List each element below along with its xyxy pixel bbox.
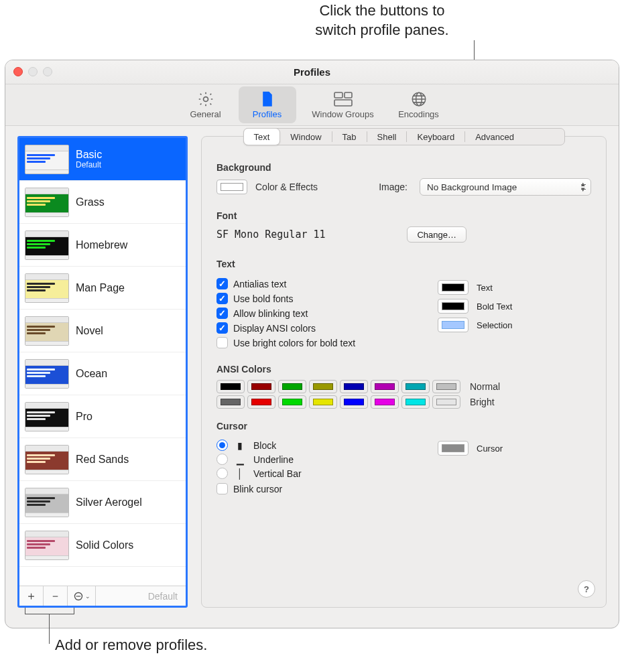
section-text: Text <box>216 259 591 269</box>
ansi-color-well[interactable] <box>216 380 245 393</box>
ansi-color-well[interactable] <box>247 395 275 409</box>
profile-item-solid-colors[interactable]: Solid Colors <box>19 524 186 567</box>
chk-antialias-label: Antialias text <box>233 279 286 289</box>
bold-text-color-label: Bold Text <box>477 301 512 312</box>
background-color-label: Color & Effects <box>255 182 318 192</box>
profile-name: Novel <box>76 325 103 337</box>
close-icon[interactable] <box>13 67 23 76</box>
chk-blinking[interactable]: Allow blinking text <box>216 308 411 319</box>
font-value: SF Mono Regular 11 <box>216 228 407 241</box>
tab-advanced[interactable]: Advanced <box>465 129 524 145</box>
chk-bright-bold[interactable]: Use bright colors for bold text <box>216 337 411 348</box>
ansi-color-well[interactable] <box>432 380 460 393</box>
radio-cursor-vertical[interactable]: │Vertical Bar <box>216 468 411 479</box>
ansi-color-well[interactable] <box>401 380 430 393</box>
radio-cursor-block[interactable]: ▮Block <box>216 440 411 451</box>
toolbar-window-groups[interactable]: Window Groups <box>300 86 386 123</box>
tab-tab[interactable]: Tab <box>332 129 367 145</box>
ansi-color-well[interactable] <box>278 395 306 409</box>
profile-thumbnail <box>25 445 69 474</box>
ansi-color-well[interactable] <box>340 380 368 393</box>
add-profile-button[interactable]: ＋ <box>19 586 44 606</box>
selection-color-label: Selection <box>477 320 512 330</box>
font-change-button[interactable]: Change… <box>407 226 466 243</box>
radio-cursor-underline[interactable]: ▁Underline <box>216 454 411 465</box>
chk-bold-fonts[interactable]: Use bold fonts <box>216 293 411 304</box>
section-ansi: ANSI Colors <box>216 364 591 375</box>
profile-item-pro[interactable]: Pro <box>19 395 186 438</box>
profile-name: Solid Colors <box>76 539 133 551</box>
chk-antialias[interactable]: Antialias text <box>216 278 411 289</box>
ansi-color-well[interactable] <box>309 395 337 409</box>
radio-cursor-underline-label: Underline <box>253 454 294 465</box>
chk-ansi-colors[interactable]: Display ANSI colors <box>216 322 411 334</box>
cursor-color-well[interactable] <box>438 441 469 456</box>
background-image-value: No Background Image <box>427 182 517 192</box>
tab-keyboard[interactable]: Keyboard <box>407 129 464 145</box>
background-image-popup[interactable]: No Background Image ▴▾ <box>420 178 591 196</box>
profile-item-silver-aerogel[interactable]: Silver Aerogel <box>19 481 186 524</box>
set-default-button[interactable]: Default <box>140 586 186 606</box>
section-background: Background <box>216 162 591 173</box>
profile-detail-panel: TextWindowTabShellKeyboardAdvanced Backg… <box>201 136 607 608</box>
profile-thumbnail <box>25 488 69 517</box>
chk-blinking-label: Allow blinking text <box>233 308 308 319</box>
tab-text[interactable]: Text <box>243 128 281 145</box>
ansi-color-well[interactable] <box>371 380 399 393</box>
ansi-color-well[interactable] <box>371 395 399 409</box>
ansi-color-well[interactable] <box>432 395 460 409</box>
profile-name: Man Page <box>76 282 125 294</box>
profile-subtitle: Default <box>76 161 102 170</box>
ansi-color-well[interactable] <box>247 380 275 393</box>
toolbar-encodings-label: Encodings <box>391 109 446 119</box>
profile-name: Grass <box>76 196 105 208</box>
ansi-color-well[interactable] <box>340 395 368 409</box>
text-color-well[interactable] <box>438 280 469 295</box>
gear-icon <box>178 89 233 109</box>
window-groups-icon <box>302 89 385 109</box>
svg-rect-3 <box>345 92 352 98</box>
minimize-icon[interactable] <box>28 67 38 76</box>
ansi-normal-row: Normal <box>216 380 591 393</box>
selection-color-well[interactable] <box>438 318 469 332</box>
toolbar-encodings[interactable]: Encodings <box>390 86 448 123</box>
chk-blink-cursor[interactable]: Blink cursor <box>216 483 411 494</box>
svg-point-9 <box>78 596 79 597</box>
help-button[interactable]: ? <box>578 580 595 598</box>
profiles-list[interactable]: BasicDefaultGrassHomebrewMan PageNovelOc… <box>19 138 186 586</box>
section-font: Font <box>216 210 591 221</box>
ansi-row-label: Bright <box>470 397 495 407</box>
profiles-footer: ＋ － ⌄ Default <box>19 586 186 606</box>
ansi-color-well[interactable] <box>401 395 430 409</box>
profile-name: Pro <box>76 411 92 423</box>
tab-shell[interactable]: Shell <box>367 129 407 145</box>
tab-window[interactable]: Window <box>280 129 331 145</box>
ansi-color-well[interactable] <box>309 380 337 393</box>
profile-item-ocean[interactable]: Ocean <box>19 352 186 395</box>
profile-item-homebrew[interactable]: Homebrew <box>19 224 186 267</box>
profile-thumbnail <box>25 230 69 260</box>
profile-thumbnail <box>25 316 69 346</box>
profile-item-basic[interactable]: BasicDefault <box>19 138 186 181</box>
background-color-well[interactable] <box>216 180 247 194</box>
profile-item-man-page[interactable]: Man Page <box>19 267 186 310</box>
toolbar-general[interactable]: General <box>177 86 235 123</box>
zoom-icon[interactable] <box>43 67 52 76</box>
bold-text-color-well[interactable] <box>438 299 469 314</box>
svg-rect-2 <box>334 92 342 98</box>
ansi-color-well[interactable] <box>278 380 306 393</box>
profile-thumbnail <box>25 188 69 217</box>
profile-name: Homebrew <box>76 239 127 251</box>
profile-actions-menu[interactable]: ⌄ <box>68 586 96 606</box>
svg-point-10 <box>79 596 80 597</box>
toolbar-profiles[interactable]: Profiles <box>239 86 296 123</box>
svg-rect-4 <box>334 100 352 106</box>
remove-profile-button[interactable]: － <box>44 586 68 606</box>
window-title: Profiles <box>294 66 330 78</box>
ansi-color-well[interactable] <box>216 395 245 409</box>
profile-item-novel[interactable]: Novel <box>19 310 186 352</box>
section-cursor: Cursor <box>216 421 591 431</box>
profile-item-grass[interactable]: Grass <box>19 181 186 224</box>
cursor-color-label: Cursor <box>477 444 503 454</box>
profile-item-red-sands[interactable]: Red Sands <box>19 438 186 481</box>
